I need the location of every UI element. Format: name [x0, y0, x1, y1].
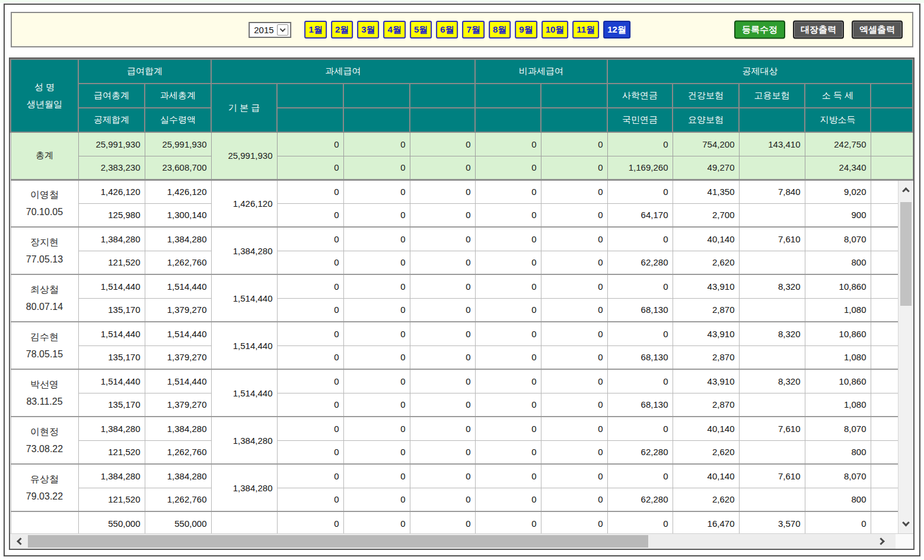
detail-cell: 1,080: [805, 393, 871, 417]
vertical-scrollbar[interactable]: [898, 181, 913, 533]
month-button-9[interactable]: 9월: [515, 21, 537, 39]
person-row: 135,1701,379,2700000068,1302,8701,080: [11, 393, 913, 417]
detail-cell: 8,070: [805, 464, 871, 488]
detail-cell: 40,140: [673, 417, 739, 440]
header-empty: [871, 108, 913, 132]
totals-cell: [871, 156, 913, 180]
detail-cell: 0: [541, 180, 607, 203]
person-row: 135,1701,379,2700000068,1302,8701,080: [11, 345, 913, 369]
person-row: 유상철79.03.221,384,2801,384,2801,384,28000…: [11, 464, 913, 488]
totals-cell: 754,200: [673, 132, 739, 156]
net-pay-cell: 1,262,760: [145, 488, 211, 511]
scroll-up-button[interactable]: [898, 182, 913, 200]
detail-cell: 0: [541, 464, 607, 488]
payroll-table: 성 명 생년월일 급여합계 과세급여 비과세급여 공제대상 급여총계 과세총계 …: [10, 59, 913, 536]
person-birthdate: 83.11.25: [11, 396, 78, 407]
month-button-7[interactable]: 7월: [463, 21, 485, 39]
deduction-sum-cell: 135,170: [78, 298, 145, 322]
detail-cell: 0: [410, 227, 475, 251]
detail-cell: 0: [607, 322, 673, 345]
taxable-sum-cell: 1,384,280: [145, 417, 211, 440]
people-tbody: 이영철70.10.051,426,1201,426,1201,426,12000…: [11, 180, 913, 535]
person-birthdate: 77.05.13: [11, 254, 78, 265]
totals-cell: 0: [475, 132, 541, 156]
chevron-up-icon: [902, 187, 910, 195]
scroll-down-button[interactable]: [898, 514, 913, 532]
detail-cell: 41,350: [673, 180, 739, 203]
person-row: 박선영83.11.251,514,4401,514,4401,514,44000…: [11, 369, 913, 393]
detail-cell: 0: [475, 298, 541, 322]
deduction-sum-cell: 121,520: [78, 488, 145, 511]
detail-cell: 0: [475, 322, 541, 345]
detail-cell: 0: [277, 464, 343, 488]
detail-cell: 62,280: [607, 488, 673, 511]
vertical-scroll-thumb[interactable]: [900, 202, 912, 306]
horizontal-scrollbar[interactable]: [10, 533, 913, 549]
month-button-3[interactable]: 3월: [357, 21, 379, 39]
month-button-5[interactable]: 5월: [410, 21, 432, 39]
base-pay-cell: 1,384,280: [211, 417, 277, 464]
totals-deduction-sum: 2,383,230: [78, 156, 145, 180]
header-local-income-tax: 지방소득: [805, 108, 871, 132]
year-select[interactable]: 2015: [248, 22, 291, 38]
totals-cell: 143,410: [739, 132, 805, 156]
header-empty: [410, 84, 475, 108]
detail-cell: 0: [343, 417, 410, 440]
detail-cell: 0: [410, 274, 475, 298]
detail-cell: 0: [607, 180, 673, 203]
month-button-11[interactable]: 11월: [572, 21, 599, 39]
detail-cell: 10,860: [805, 274, 871, 298]
detail-cell: 0: [541, 511, 607, 535]
header-nontaxable-group: 비과세급여: [475, 59, 607, 84]
month-button-6[interactable]: 6월: [436, 21, 458, 39]
detail-cell: 7,840: [739, 180, 805, 203]
header-deduction-group: 공제대상: [607, 59, 913, 84]
deduction-sum-cell: 121,520: [78, 440, 145, 464]
detail-cell: 10,860: [805, 322, 871, 345]
person-name-cell: 이영철70.10.05: [11, 180, 78, 227]
totals-cell: 0: [343, 132, 410, 156]
totals-cell: 0: [475, 156, 541, 180]
month-button-2[interactable]: 2월: [331, 21, 353, 39]
totals-rows: 총계 25,991,930 25,991,930 25,991,930 0 0 …: [11, 132, 913, 180]
year-dropdown-button[interactable]: [278, 24, 289, 36]
detail-cell: 2,870: [673, 298, 739, 322]
month-button-8[interactable]: 8월: [489, 21, 511, 39]
register-edit-button[interactable]: 등록수정: [734, 21, 785, 39]
scroll-left-button[interactable]: [11, 534, 29, 549]
detail-cell: 0: [277, 417, 343, 440]
header-private-school-pension: 사학연금: [607, 84, 673, 108]
month-button-1[interactable]: 1월: [305, 21, 327, 39]
horizontal-scroll-thumb[interactable]: [28, 535, 648, 548]
person-row: 김수현78.05.151,514,4401,514,4401,514,44000…: [11, 322, 913, 345]
person-row: 최상철80.07.141,514,4401,514,4401,514,44000…: [11, 274, 913, 298]
net-pay-cell: 1,300,140: [145, 203, 211, 227]
salary-sum-cell: 1,514,440: [78, 369, 145, 393]
month-button-4[interactable]: 4월: [384, 21, 406, 39]
header-national-pension: 국민연금: [607, 108, 673, 132]
detail-cell: 0: [541, 274, 607, 298]
excel-export-button[interactable]: 엑셀출력: [852, 21, 903, 39]
header-empty: [739, 108, 805, 132]
totals-cell: 1,169,260: [607, 156, 673, 180]
scroll-right-button[interactable]: [872, 534, 890, 549]
detail-cell: 16,470: [673, 511, 739, 535]
net-pay-cell: 1,379,270: [145, 345, 211, 369]
month-button-12[interactable]: 12월: [603, 21, 630, 39]
ledger-print-button[interactable]: 대장출력: [793, 21, 844, 39]
detail-cell: 40,140: [673, 464, 739, 488]
detail-cell: 0: [277, 203, 343, 227]
person-name-cell: [11, 511, 78, 535]
detail-cell: 0: [541, 488, 607, 511]
totals-cell: 0: [343, 156, 410, 180]
detail-cell: 800: [805, 488, 871, 511]
detail-cell: 7,610: [739, 417, 805, 440]
person-row: 장지현77.05.131,384,2801,384,2801,384,28000…: [11, 227, 913, 251]
person-birthdate: 80.07.14: [11, 302, 78, 312]
chevron-down-icon: [902, 519, 910, 526]
detail-cell: 800: [805, 251, 871, 274]
detail-cell: 8,070: [805, 417, 871, 440]
detail-cell: 2,870: [673, 345, 739, 369]
month-button-10[interactable]: 10월: [541, 21, 569, 39]
detail-cell: [739, 203, 805, 227]
